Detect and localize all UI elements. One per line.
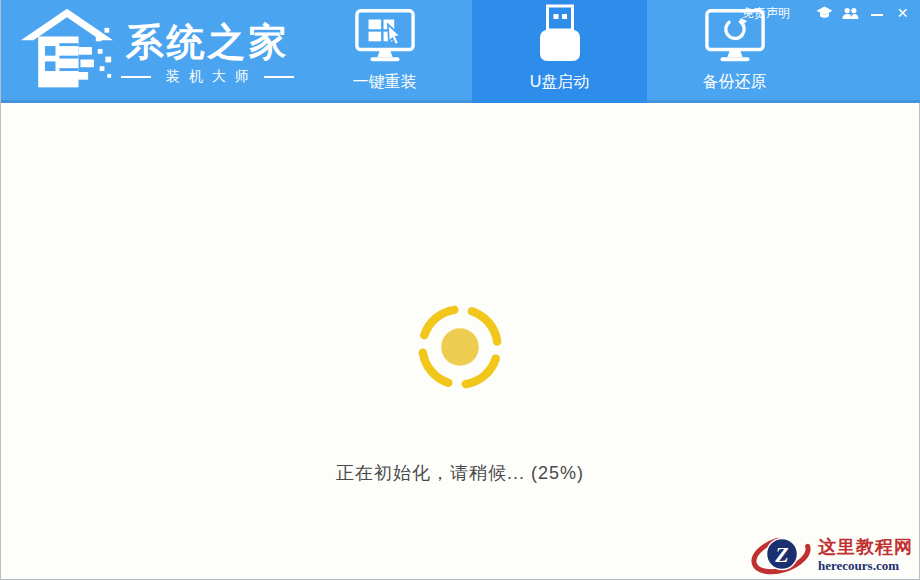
- loading-spinner-icon: [413, 300, 507, 394]
- graduation-cap-icon[interactable]: [816, 5, 833, 21]
- minimize-button[interactable]: [868, 5, 885, 21]
- main-content: 正在初始化，请稍候... (25%) Z 这里教程网 herecours.com: [1, 103, 919, 580]
- tab-usb-boot[interactable]: U盘启动: [472, 0, 647, 103]
- header-controls: 免责声明 ✕: [742, 5, 913, 21]
- close-icon: ✕: [897, 6, 909, 20]
- subtitle-left-line: [121, 76, 151, 78]
- subtitle-right-line: [264, 76, 294, 78]
- app-title: 系统之家: [126, 22, 290, 64]
- app-window: 系统之家 装机大师: [0, 0, 920, 580]
- watermark-orbit-icon: Z: [750, 531, 814, 580]
- watermark-site-name: 这里教程网: [818, 538, 913, 558]
- monitor-windows-icon: [354, 0, 416, 65]
- users-group-icon[interactable]: [842, 5, 859, 21]
- tab-label-backup-restore: 备份还原: [703, 72, 767, 93]
- tab-one-key-reinstall[interactable]: 一键重装: [297, 0, 472, 103]
- minimize-icon: [871, 14, 883, 16]
- watermark-monogram: Z: [774, 542, 788, 567]
- status-text: 正在初始化，请稍候... (25%): [1, 461, 919, 485]
- usb-drive-icon: [532, 0, 588, 65]
- watermark-site-domain: herecours.com: [818, 558, 899, 574]
- close-button[interactable]: ✕: [894, 5, 911, 21]
- house-logo-icon: [19, 4, 115, 96]
- app-subtitle-row: 装机大师: [121, 68, 294, 86]
- watermark-logo: Z 这里教程网 herecours.com: [750, 533, 917, 579]
- tab-label-usb-boot: U盘启动: [530, 72, 590, 93]
- app-subtitle: 装机大师: [166, 68, 258, 86]
- header-bar: 系统之家 装机大师: [1, 0, 920, 103]
- app-logo: 系统之家 装机大师: [19, 4, 294, 96]
- tab-label-one-key-reinstall: 一键重装: [353, 72, 417, 93]
- disclaimer-link[interactable]: 免责声明: [742, 5, 790, 22]
